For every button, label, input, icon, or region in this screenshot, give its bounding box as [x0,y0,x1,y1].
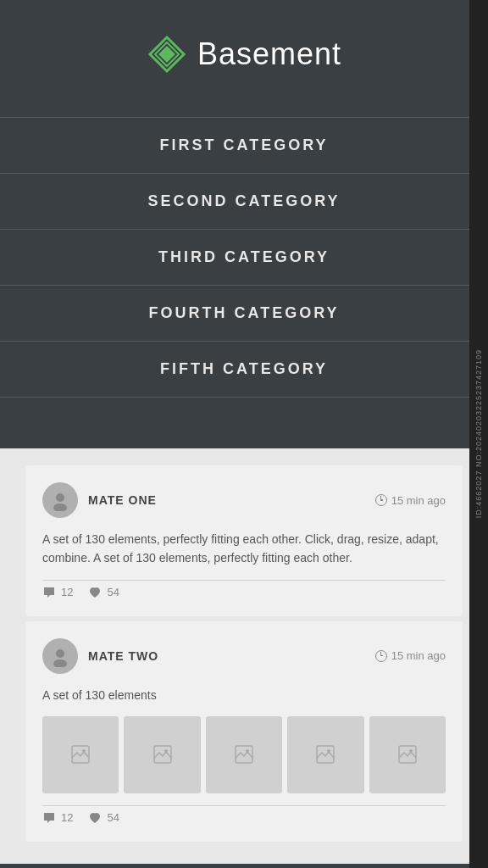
post-actions-1: 12 54 [42,586,446,599]
svg-point-8 [82,749,86,753]
svg-point-4 [53,504,67,511]
nav-item-fifth[interactable]: FIFTH CATEGORY [0,341,488,398]
comment-count-1: 12 [61,586,73,598]
nav-item-first[interactable]: FIRST CATEGORY [0,117,488,173]
nav-link-first[interactable]: FIRST CATEGORY [0,118,488,173]
image-thumb-1 [42,716,119,793]
image-thumb-3 [206,716,282,793]
clock-icon-1 [375,494,387,506]
logo-area: Basement [147,34,341,75]
image-thumb-2 [124,716,200,793]
diamond-icon [147,34,187,75]
svg-point-12 [246,749,249,753]
svg-point-3 [56,493,64,502]
nav-link-fourth[interactable]: FOURTH CATEGORY [0,286,488,341]
nav-link-third[interactable]: THIRD CATEGORY [0,230,488,285]
nav-item-second[interactable]: SECOND CATEGORY [0,173,488,229]
avatar-2 [42,638,78,674]
comment-icon-1 [42,586,56,599]
feed-section: MATE ONE 15 min ago A set of 130 element… [0,448,488,864]
like-action-2[interactable]: 54 [88,811,119,825]
post-divider-2 [42,805,446,806]
post-username-1: MATE ONE [88,493,157,507]
comment-action-2[interactable]: 12 [42,811,73,825]
post-header-2: MATE TWO 15 min ago [42,638,446,674]
nav-item-fourth[interactable]: FOURTH CATEGORY [0,285,488,341]
svg-point-10 [164,749,168,753]
post-divider-1 [42,580,446,581]
like-count-2: 54 [107,811,119,824]
post-header-1: MATE ONE 15 min ago [42,482,446,518]
top-section: Basement FIRST CATEGORY SECOND CATEGORY … [0,0,488,448]
heart-icon-2 [88,811,102,825]
post-card-2: MATE TWO 15 min ago A set of 130 element… [25,621,463,842]
post-body-2: A set of 130 elements [42,686,446,704]
post-header-left-2: MATE TWO [42,638,158,674]
image-thumb-4 [287,716,363,793]
comment-count-2: 12 [61,811,73,824]
nav-item-third[interactable]: THIRD CATEGORY [0,229,488,285]
post-actions-2: 12 54 [42,811,446,825]
nav-link-second[interactable]: SECOND CATEGORY [0,174,488,229]
post-card-1: MATE ONE 15 min ago A set of 130 element… [25,465,463,616]
post-header-left-1: MATE ONE [42,482,157,518]
post-time-1: 15 min ago [375,494,446,507]
post-time-2: 15 min ago [375,649,446,662]
app-title: Basement [197,36,341,72]
comment-action-1[interactable]: 12 [42,586,73,599]
post-time-label-1: 15 min ago [391,494,446,507]
comment-icon-2 [42,811,56,825]
image-grid-2 [42,716,446,793]
navigation-list: FIRST CATEGORY SECOND CATEGORY THIRD CAT… [0,117,488,398]
post-username-2: MATE TWO [88,649,158,663]
svg-point-6 [53,659,67,667]
svg-point-14 [327,749,330,753]
heart-icon-1 [88,586,102,599]
nav-link-fifth[interactable]: FIFTH CATEGORY [0,342,488,397]
watermark-text: ID:4662027 NO:20240203225237427109 [474,349,483,518]
image-thumb-5 [369,716,446,793]
avatar-1 [42,482,78,518]
post-time-label-2: 15 min ago [391,649,446,662]
post-body-1: A set of 130 elements, perfectly fitting… [42,530,446,568]
clock-icon-2 [375,650,387,662]
watermark: ID:4662027 NO:20240203225237427109 [469,0,488,868]
like-count-1: 54 [107,586,119,598]
like-action-1[interactable]: 54 [88,586,119,599]
svg-point-5 [56,649,64,658]
svg-point-16 [409,749,413,753]
